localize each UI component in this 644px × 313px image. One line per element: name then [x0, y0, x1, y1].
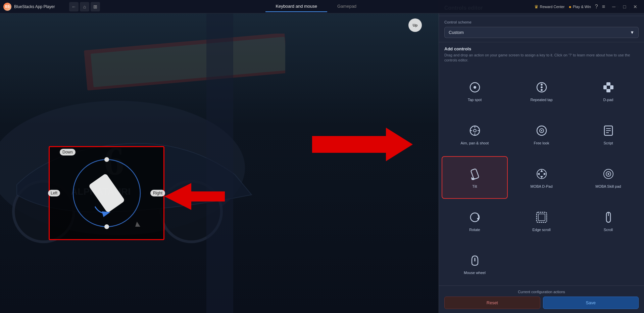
- controls-grid: Tap spotRepeated tapD-padAim, pan & shoo…: [439, 70, 644, 285]
- up-badge: Up: [408, 18, 422, 32]
- d-pad-icon: [601, 80, 616, 95]
- scheme-label: Control scheme: [444, 20, 639, 24]
- bottom-actions: Current configuration actions Reset Save: [439, 285, 644, 313]
- nav-tabs-button[interactable]: ⊞: [91, 2, 100, 11]
- script-icon: [601, 123, 616, 138]
- control-item-scroll[interactable]: Scroll: [575, 199, 641, 242]
- window-controls: ─ □ ✕: [609, 2, 640, 11]
- control-label-moba-dpad: MOBA D-Pad: [530, 184, 552, 189]
- svg-rect-23: [610, 85, 613, 89]
- reset-button[interactable]: Reset: [444, 297, 540, 309]
- topbar-right: ♛ Reward Center ● Play & Win ? ≡ ─ □ ✕: [530, 2, 644, 11]
- svg-point-46: [470, 213, 479, 222]
- svg-rect-10: [88, 173, 125, 213]
- mouse-wheel-icon: [467, 253, 482, 268]
- control-label-d-pad: D-pad: [603, 97, 613, 102]
- edge-scroll-icon: [534, 210, 549, 225]
- control-label-tap-spot: Tap spot: [468, 97, 482, 102]
- svg-marker-39: [540, 170, 543, 172]
- svg-point-8: [104, 157, 109, 162]
- action-buttons: Reset Save: [444, 297, 639, 309]
- crown-icon: ♛: [534, 4, 539, 9]
- nav-home-button[interactable]: ⌂: [80, 2, 89, 11]
- free-look-icon: [534, 123, 549, 138]
- side-panel: Controls editor ? ↑ ↓ ⤢ Control scheme C…: [439, 0, 644, 313]
- bluestacks-logo: BS: [3, 3, 11, 11]
- game-area: 6 ALPHATAURI Up Down Left Right: [0, 0, 439, 313]
- rotate-icon: [467, 210, 482, 225]
- svg-point-18: [541, 86, 543, 88]
- tilt-label-left: Left: [48, 190, 60, 196]
- control-item-free-look[interactable]: Free look: [508, 113, 575, 156]
- topbar-left: BS BlueStacks App Player: [0, 3, 67, 11]
- svg-point-19: [541, 89, 543, 91]
- tilt-circle: [70, 156, 144, 230]
- svg-marker-42: [544, 173, 546, 175]
- control-item-tilt[interactable]: Tilt: [442, 156, 508, 199]
- topbar: BS BlueStacks App Player ← ⌂ ⊞ Keyboard …: [0, 0, 644, 13]
- svg-point-45: [607, 173, 609, 175]
- control-item-mouse-wheel[interactable]: Mouse wheel: [442, 243, 508, 285]
- svg-point-9: [104, 224, 109, 229]
- svg-marker-41: [537, 173, 540, 175]
- svg-rect-20: [606, 82, 610, 86]
- control-label-script: Script: [603, 141, 613, 145]
- svg-point-32: [541, 130, 542, 131]
- svg-rect-49: [538, 214, 545, 221]
- svg-marker-11: [135, 222, 140, 227]
- control-label-free-look: Free look: [534, 141, 549, 145]
- control-item-moba-dpad[interactable]: MOBA D-Pad: [508, 156, 575, 199]
- add-controls-section: Add controls Drag and drop an action on …: [439, 42, 644, 70]
- topbar-nav: ← ⌂ ⊞: [67, 2, 102, 11]
- tab-gamepad[interactable]: Gamepad: [327, 1, 366, 12]
- control-item-edge-scroll[interactable]: Edge scroll: [508, 199, 575, 242]
- tab-keyboard-mouse[interactable]: Keyboard and mouse: [265, 1, 327, 12]
- control-item-script[interactable]: Script: [575, 113, 641, 156]
- control-label-rotate: Rotate: [469, 227, 480, 232]
- control-item-d-pad[interactable]: D-pad: [575, 70, 641, 113]
- coin-icon: ●: [568, 4, 571, 9]
- svg-marker-13: [312, 128, 413, 161]
- close-button[interactable]: ✕: [631, 2, 640, 11]
- arrow-right-indicator: [312, 128, 413, 163]
- control-item-rotate[interactable]: Rotate: [442, 199, 508, 242]
- svg-rect-21: [606, 89, 610, 92]
- add-controls-title: Add controls: [444, 46, 639, 51]
- control-scheme-section: Control scheme Custom ▼: [439, 16, 644, 42]
- control-item-tap-spot[interactable]: Tap spot: [442, 70, 508, 113]
- control-label-scroll: Scroll: [604, 227, 613, 232]
- repeated-tap-icon: [534, 80, 549, 95]
- control-item-moba-skill[interactable]: MOBA Skill pad: [575, 156, 641, 199]
- tilt-label-right: Right: [150, 190, 165, 196]
- play-win-button[interactable]: ● Play & Win: [568, 4, 591, 9]
- scheme-dropdown[interactable]: Custom ▼: [444, 27, 639, 38]
- topbar-tabs: Keyboard and mouse Gamepad: [102, 1, 530, 12]
- svg-marker-12: [164, 183, 225, 210]
- moba-skill-icon: [601, 167, 616, 181]
- control-label-moba-skill: MOBA Skill pad: [595, 184, 621, 189]
- svg-point-25: [474, 129, 476, 132]
- tilt-icon: [467, 167, 482, 181]
- svg-rect-22: [603, 85, 607, 89]
- minimize-button[interactable]: ─: [609, 2, 618, 11]
- control-label-mouse-wheel: Mouse wheel: [464, 270, 486, 275]
- help-button[interactable]: ?: [595, 4, 598, 10]
- tilt-control-box[interactable]: Down Left Right: [49, 146, 164, 240]
- nav-back-button[interactable]: ←: [69, 2, 79, 11]
- tilt-label-down: Down: [60, 149, 76, 155]
- chevron-down-icon: ▼: [630, 30, 634, 35]
- svg-point-15: [474, 86, 476, 89]
- aim-pan-icon: [467, 123, 482, 138]
- app-title: BlueStacks App Player: [14, 4, 55, 9]
- maximize-button[interactable]: □: [620, 2, 629, 11]
- menu-button[interactable]: ≡: [602, 4, 605, 10]
- svg-marker-40: [540, 176, 543, 178]
- control-item-aim-pan[interactable]: Aim, pan & shoot: [442, 113, 508, 156]
- save-button[interactable]: Save: [543, 297, 639, 309]
- control-item-repeated-tap[interactable]: Repeated tap: [508, 70, 575, 113]
- partial-panel-bg: [206, 0, 233, 313]
- arrow-left-indicator: [164, 183, 225, 211]
- svg-point-17: [541, 84, 543, 86]
- reward-center-button[interactable]: ♛ Reward Center: [534, 4, 565, 9]
- control-label-aim-pan: Aim, pan & shoot: [461, 141, 489, 145]
